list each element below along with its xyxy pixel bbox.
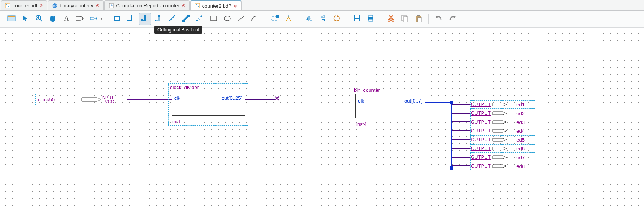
svg-rect-24 [174, 15, 175, 16]
bus-stub[interactable] [452, 165, 470, 166]
separator [107, 14, 107, 24]
editor-view-button[interactable] [5, 13, 18, 25]
close-icon[interactable]: ⊗ [182, 3, 185, 8]
output-pin-shape-icon [492, 111, 508, 116]
svg-rect-25 [182, 20, 185, 22]
paste-icon [415, 15, 422, 23]
pin-tool-button[interactable] [88, 13, 100, 25]
print-button[interactable] [365, 13, 377, 25]
pan-hand-button[interactable] [47, 13, 59, 25]
flip-h-button[interactable] [303, 13, 315, 25]
bus-bincounter-out-v[interactable] [451, 102, 452, 168]
pin-label: led1 [515, 102, 525, 108]
pin-type-output: OUTPUT [471, 102, 491, 107]
output-pin-led2[interactable]: OUTPUTled2 [470, 109, 535, 117]
bus-bincounter-out-h[interactable] [425, 102, 452, 103]
pin-label: led6 [515, 146, 525, 152]
output-pin-led6[interactable]: OUTPUTled6 [470, 144, 535, 153]
tab-compilation-report-counter[interactable]: Compilation Report - counter⊗ [104, 0, 190, 10]
bus-stub[interactable] [452, 113, 470, 114]
arc-button[interactable] [249, 13, 261, 25]
bus-stub[interactable] [452, 130, 470, 131]
bus-deadend-icon: ✕ [274, 95, 279, 102]
output-pin-led5[interactable]: OUTPUTled5 [470, 135, 535, 144]
block-title: bin_counter [352, 86, 428, 94]
block-clock-divider[interactable]: clock_divider clk out[0..25] inst [168, 83, 248, 126]
wire-clock50-to-clkdiv[interactable] [127, 99, 173, 100]
pin-type-output: OUTPUT [471, 111, 491, 116]
partial-line-button[interactable] [269, 13, 281, 25]
output-pin-led7[interactable]: OUTPUTled7 [470, 153, 535, 161]
bus-stub[interactable] [452, 104, 470, 105]
pointer-button[interactable] [19, 13, 31, 25]
output-pin-shape-icon [492, 155, 508, 160]
rectangle-button[interactable] [111, 13, 123, 25]
rectangle-icon [114, 15, 121, 23]
instance-label: inst4 [356, 121, 367, 127]
pin-type-output: OUTPUT [471, 146, 491, 151]
output-pin-led3[interactable]: OUTPUTled3 [470, 118, 535, 126]
output-pin-led8[interactable]: OUTPUTled8 [470, 162, 535, 170]
tooltip: Orthogonal Bus Tool [154, 26, 202, 34]
svg-rect-41 [403, 17, 408, 22]
symbol-tool-button[interactable] [74, 13, 86, 25]
diag-node-icon [169, 15, 176, 23]
pin-label: clock50 [36, 97, 81, 103]
text-tool-icon: A [63, 15, 70, 23]
pin-type-vcc: VCC [101, 99, 115, 103]
node-wire-button[interactable] [125, 13, 137, 25]
line-button[interactable] [235, 13, 247, 25]
svg-rect-36 [369, 15, 373, 17]
output-pin-led1[interactable]: OUTPUTled1 [470, 100, 535, 109]
schematic-canvas[interactable]: clock50 INPUT VCC clock_divider clk out[… [0, 28, 644, 212]
bus-stub[interactable] [452, 121, 470, 122]
svg-rect-44 [418, 18, 422, 22]
input-pin-clock50[interactable]: clock50 INPUT VCC [35, 94, 127, 105]
conduit-button[interactable] [152, 13, 165, 25]
svg-rect-23 [169, 20, 170, 21]
close-icon[interactable]: ⊗ [234, 3, 237, 8]
block-bin-counter[interactable]: bin_counter clk out[0..7] inst4 [352, 86, 428, 128]
svg-rect-34 [355, 19, 359, 21]
redo-icon [449, 15, 456, 23]
rubber-band-button[interactable] [283, 13, 295, 25]
svg-rect-31 [276, 15, 279, 18]
dropdown-arrow-icon[interactable]: ▼ [100, 17, 103, 21]
flip-v-button[interactable] [317, 13, 329, 25]
rotate-button[interactable] [331, 13, 343, 25]
copy-button[interactable] [399, 13, 411, 25]
save-button[interactable] [351, 13, 363, 25]
tab-counter-bdf[interactable]: counter.bdf⊗ [1, 0, 47, 10]
tab-label: binarycounter.v [60, 3, 93, 8]
svg-text:abc: abc [52, 4, 57, 8]
bus-stub[interactable] [452, 157, 470, 158]
oval-button[interactable] [221, 13, 234, 25]
output-pin-led4[interactable]: OUTPUTled4 [470, 127, 535, 135]
orth-bus-icon [141, 15, 149, 23]
tab-binarycounter-v[interactable]: abcbinarycounter.v⊗ [48, 0, 103, 10]
verilog-file-icon: abc [52, 3, 57, 8]
svg-rect-17 [127, 20, 129, 21]
flip-h-icon [305, 15, 313, 23]
orth-bus-button[interactable] [139, 13, 151, 25]
diag-conduit-button[interactable] [194, 13, 206, 25]
svg-rect-28 [211, 16, 217, 21]
close-icon[interactable]: ⊗ [39, 3, 43, 8]
node-wire-icon [127, 15, 135, 23]
paste-button[interactable] [412, 13, 425, 25]
text-tool-button[interactable]: A [60, 13, 73, 25]
bus-stub[interactable] [452, 148, 470, 149]
bus-stub[interactable] [452, 139, 470, 140]
redo-button[interactable] [446, 13, 459, 25]
diag-bus-button[interactable] [180, 13, 192, 25]
bus-clkdiv-out[interactable] [245, 99, 275, 100]
undo-button[interactable] [433, 13, 445, 25]
zoom-in-button[interactable] [33, 13, 45, 25]
tab-counter2-bdf-[interactable]: counter2.bdf*⊗ [190, 0, 242, 10]
diag-node-button[interactable] [166, 13, 178, 25]
undo-icon [435, 15, 443, 23]
svg-rect-26 [187, 15, 190, 17]
close-icon[interactable]: ⊗ [96, 3, 99, 8]
cut-button[interactable] [385, 13, 397, 25]
outline-rect-button[interactable] [208, 13, 220, 25]
